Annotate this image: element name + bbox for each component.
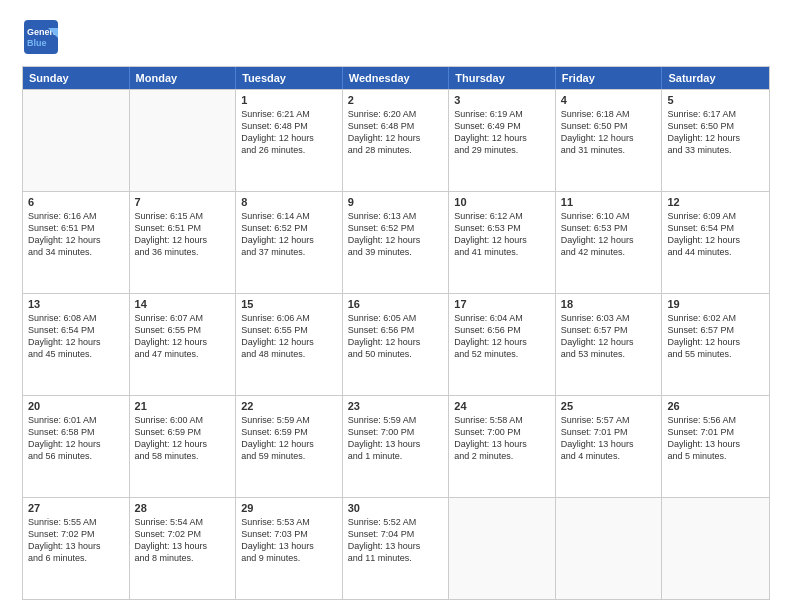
calendar-cell [130,90,237,191]
header-day-monday: Monday [130,67,237,89]
svg-rect-0 [24,20,58,54]
cell-info-line: Sunset: 6:54 PM [667,222,764,234]
cell-info-line: Sunrise: 5:56 AM [667,414,764,426]
calendar-cell: 2Sunrise: 6:20 AMSunset: 6:48 PMDaylight… [343,90,450,191]
day-number: 9 [348,196,444,208]
cell-info-line: and 28 minutes. [348,144,444,156]
cell-info-line: Daylight: 12 hours [28,234,124,246]
cell-info-line: Sunrise: 5:52 AM [348,516,444,528]
cell-info-line: and 29 minutes. [454,144,550,156]
cell-info-line: and 59 minutes. [241,450,337,462]
calendar-header: SundayMondayTuesdayWednesdayThursdayFrid… [23,67,769,89]
cell-info-line: Sunrise: 6:07 AM [135,312,231,324]
cell-info-line: Daylight: 12 hours [241,438,337,450]
cell-info-line: Sunrise: 5:53 AM [241,516,337,528]
calendar: SundayMondayTuesdayWednesdayThursdayFrid… [22,66,770,600]
day-number: 4 [561,94,657,106]
cell-info-line: Sunset: 6:50 PM [561,120,657,132]
cell-info-line: Sunset: 7:04 PM [348,528,444,540]
header-day-sunday: Sunday [23,67,130,89]
cell-info-line: and 31 minutes. [561,144,657,156]
cell-info-line: Sunset: 6:57 PM [667,324,764,336]
cell-info-line: Sunrise: 6:21 AM [241,108,337,120]
day-number: 21 [135,400,231,412]
header-day-friday: Friday [556,67,663,89]
cell-info-line: Daylight: 12 hours [241,234,337,246]
calendar-row: 27Sunrise: 5:55 AMSunset: 7:02 PMDayligh… [23,497,769,599]
cell-info-line: and 56 minutes. [28,450,124,462]
cell-info-line: Sunrise: 6:09 AM [667,210,764,222]
cell-info-line: and 55 minutes. [667,348,764,360]
calendar-row: 20Sunrise: 6:01 AMSunset: 6:58 PMDayligh… [23,395,769,497]
cell-info-line: Sunset: 6:52 PM [348,222,444,234]
day-number: 3 [454,94,550,106]
day-number: 30 [348,502,444,514]
calendar-cell: 4Sunrise: 6:18 AMSunset: 6:50 PMDaylight… [556,90,663,191]
header: General Blue [22,18,770,56]
cell-info-line: Sunset: 7:00 PM [454,426,550,438]
cell-info-line: Sunset: 6:51 PM [135,222,231,234]
calendar-cell: 26Sunrise: 5:56 AMSunset: 7:01 PMDayligh… [662,396,769,497]
cell-info-line: Sunrise: 6:01 AM [28,414,124,426]
calendar-cell: 27Sunrise: 5:55 AMSunset: 7:02 PMDayligh… [23,498,130,599]
cell-info-line: Daylight: 12 hours [348,336,444,348]
day-number: 1 [241,94,337,106]
cell-info-line: Sunset: 6:53 PM [561,222,657,234]
cell-info-line: Sunrise: 6:08 AM [28,312,124,324]
day-number: 19 [667,298,764,310]
cell-info-line: Sunset: 6:59 PM [135,426,231,438]
day-number: 12 [667,196,764,208]
day-number: 16 [348,298,444,310]
calendar-cell: 8Sunrise: 6:14 AMSunset: 6:52 PMDaylight… [236,192,343,293]
calendar-cell: 28Sunrise: 5:54 AMSunset: 7:02 PMDayligh… [130,498,237,599]
cell-info-line: Sunrise: 6:10 AM [561,210,657,222]
cell-info-line: Sunrise: 5:58 AM [454,414,550,426]
cell-info-line: and 48 minutes. [241,348,337,360]
cell-info-line: and 42 minutes. [561,246,657,258]
cell-info-line: Daylight: 12 hours [667,132,764,144]
calendar-cell: 16Sunrise: 6:05 AMSunset: 6:56 PMDayligh… [343,294,450,395]
cell-info-line: Sunset: 6:49 PM [454,120,550,132]
page: General Blue SundayMondayTuesdayWednesda… [0,0,792,612]
cell-info-line: Sunset: 6:51 PM [28,222,124,234]
day-number: 27 [28,502,124,514]
calendar-cell: 13Sunrise: 6:08 AMSunset: 6:54 PMDayligh… [23,294,130,395]
calendar-cell: 29Sunrise: 5:53 AMSunset: 7:03 PMDayligh… [236,498,343,599]
cell-info-line: Daylight: 12 hours [241,336,337,348]
calendar-cell: 15Sunrise: 6:06 AMSunset: 6:55 PMDayligh… [236,294,343,395]
calendar-cell: 20Sunrise: 6:01 AMSunset: 6:58 PMDayligh… [23,396,130,497]
cell-info-line: Sunset: 7:02 PM [135,528,231,540]
cell-info-line: and 45 minutes. [28,348,124,360]
cell-info-line: Daylight: 12 hours [667,234,764,246]
cell-info-line: Daylight: 12 hours [28,438,124,450]
cell-info-line: Daylight: 13 hours [454,438,550,450]
cell-info-line: Sunrise: 6:00 AM [135,414,231,426]
day-number: 17 [454,298,550,310]
cell-info-line: and 53 minutes. [561,348,657,360]
cell-info-line: Daylight: 13 hours [667,438,764,450]
cell-info-line: Sunset: 6:52 PM [241,222,337,234]
cell-info-line: and 26 minutes. [241,144,337,156]
cell-info-line: Sunset: 6:53 PM [454,222,550,234]
cell-info-line: and 6 minutes. [28,552,124,564]
calendar-cell: 12Sunrise: 6:09 AMSunset: 6:54 PMDayligh… [662,192,769,293]
calendar-cell [23,90,130,191]
cell-info-line: and 47 minutes. [135,348,231,360]
day-number: 11 [561,196,657,208]
calendar-cell [662,498,769,599]
day-number: 22 [241,400,337,412]
cell-info-line: Daylight: 12 hours [348,132,444,144]
cell-info-line: Sunrise: 6:06 AM [241,312,337,324]
logo: General Blue [22,18,60,56]
day-number: 18 [561,298,657,310]
cell-info-line: and 50 minutes. [348,348,444,360]
cell-info-line: Daylight: 13 hours [561,438,657,450]
logo-icon: General Blue [22,18,60,56]
calendar-cell: 17Sunrise: 6:04 AMSunset: 6:56 PMDayligh… [449,294,556,395]
day-number: 15 [241,298,337,310]
cell-info-line: Sunrise: 6:05 AM [348,312,444,324]
calendar-cell: 5Sunrise: 6:17 AMSunset: 6:50 PMDaylight… [662,90,769,191]
header-day-tuesday: Tuesday [236,67,343,89]
day-number: 20 [28,400,124,412]
calendar-row: 6Sunrise: 6:16 AMSunset: 6:51 PMDaylight… [23,191,769,293]
